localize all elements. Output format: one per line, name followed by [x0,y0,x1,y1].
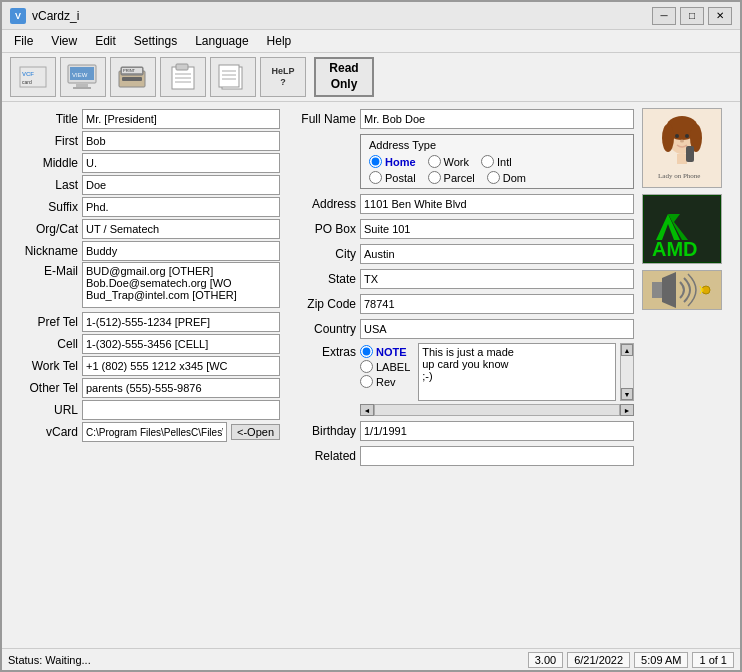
full-name-label: Full Name [288,112,356,126]
svg-text:AMD: AMD [652,238,698,260]
state-label: State [288,272,356,286]
radio-work[interactable]: Work [428,155,469,168]
radio-home-input[interactable] [369,155,382,168]
related-input[interactable] [360,446,634,466]
speaker-image [642,270,722,310]
svg-text:Lady on Phone: Lady on Phone [658,172,700,180]
city-input[interactable] [360,244,634,264]
nickname-row: Nickname [10,240,280,262]
country-row: Country [288,318,634,340]
cell-input[interactable] [82,334,280,354]
portrait-svg: Lady on Phone [644,110,720,186]
maximize-button[interactable]: □ [680,7,704,25]
birthday-row: Birthday [288,420,634,442]
menu-file[interactable]: File [6,32,41,50]
radio-parcel-input[interactable] [428,171,441,184]
typewriter-icon: PRINT [116,63,150,91]
other-tel-input[interactable] [82,378,280,398]
address-row: Address [288,193,634,215]
org-row: Org/Cat [10,218,280,240]
right-side-images: Lady on Phone AMD [642,108,732,642]
email-input[interactable]: BUD@gmail.org [OTHER] Bob.Doe@sematech.o… [82,262,280,308]
extras-row: Extras NOTE LABEL Rev This is just a mad… [288,343,634,401]
menu-language[interactable]: Language [187,32,256,50]
suffix-label: Suffix [10,200,78,214]
monitor-button[interactable]: VIEW [60,57,106,97]
nickname-label: Nickname [10,244,78,258]
clipboard-icon [168,63,198,91]
full-name-input[interactable] [360,109,634,129]
country-input[interactable] [360,319,634,339]
help-button[interactable]: HeLP? [260,57,306,97]
menu-edit[interactable]: Edit [87,32,124,50]
radio-dom[interactable]: Dom [487,171,526,184]
radio-dom-input[interactable] [487,171,500,184]
svg-rect-5 [76,84,88,87]
vcf-button[interactable]: VCF card [10,57,56,97]
svg-text:PRINT: PRINT [123,68,136,73]
url-row: URL [10,399,280,421]
hscroll-left-button[interactable]: ◄ [360,404,374,416]
read-only-button[interactable]: Read Only [314,57,374,97]
related-row: Related [288,445,634,467]
org-input[interactable] [82,219,280,239]
status-text: Status: Waiting... [8,654,524,666]
vcard-input[interactable] [82,422,227,442]
zip-row: Zip Code [288,293,634,315]
birthday-input[interactable] [360,421,634,441]
time-segment: 5:09 AM [634,652,688,668]
zip-input[interactable] [360,294,634,314]
scroll-up-button[interactable]: ▲ [621,344,633,356]
url-input[interactable] [82,400,280,420]
menu-view[interactable]: View [43,32,85,50]
state-input[interactable] [360,269,634,289]
extras-radio-note-input[interactable] [360,345,373,358]
menu-settings[interactable]: Settings [126,32,185,50]
minimize-button[interactable]: ─ [652,7,676,25]
clipboard-button[interactable] [160,57,206,97]
menu-help[interactable]: Help [259,32,300,50]
first-input[interactable] [82,131,280,151]
url-label: URL [10,403,78,417]
close-button[interactable]: ✕ [708,7,732,25]
address-input[interactable] [360,194,634,214]
vcard-label: vCard [10,425,78,439]
hscroll-right-button[interactable]: ► [620,404,634,416]
svg-point-30 [680,140,684,143]
last-row: Last [10,174,280,196]
svg-rect-6 [73,87,91,89]
pref-tel-input[interactable] [82,312,280,332]
radio-parcel[interactable]: Parcel [428,171,475,184]
work-tel-input[interactable] [82,356,280,376]
date-segment: 6/21/2022 [567,652,630,668]
radio-intl[interactable]: Intl [481,155,512,168]
app-icon: V [10,8,26,24]
svg-text:VIEW: VIEW [72,72,88,78]
extras-textarea[interactable]: This is just a made up card you know ;-) [418,343,616,401]
title-input[interactable] [82,109,280,129]
middle-input[interactable] [82,153,280,173]
suffix-input[interactable] [82,197,280,217]
extras-radio-rev[interactable]: Rev [360,375,410,388]
svg-rect-39 [652,282,662,298]
extras-radio-rev-input[interactable] [360,375,373,388]
nickname-input[interactable] [82,241,280,261]
extras-radio-group: NOTE LABEL Rev [360,343,410,388]
radio-home[interactable]: Home [369,155,416,168]
radio-work-input[interactable] [428,155,441,168]
extras-radio-note[interactable]: NOTE [360,345,410,358]
radio-postal[interactable]: Postal [369,171,416,184]
scroll-down-button[interactable]: ▼ [621,388,633,400]
city-label: City [288,247,356,261]
address-type-title: Address Type [369,139,625,151]
typewriter-button[interactable]: PRINT [110,57,156,97]
radio-intl-input[interactable] [481,155,494,168]
open-button[interactable]: <-Open [231,424,280,440]
last-input[interactable] [82,175,280,195]
extras-hscroll: ◄ ► [360,404,634,416]
extras-radio-label[interactable]: LABEL [360,360,410,373]
radio-postal-input[interactable] [369,171,382,184]
extras-radio-label-input[interactable] [360,360,373,373]
po-box-input[interactable] [360,219,634,239]
papers-button[interactable] [210,57,256,97]
